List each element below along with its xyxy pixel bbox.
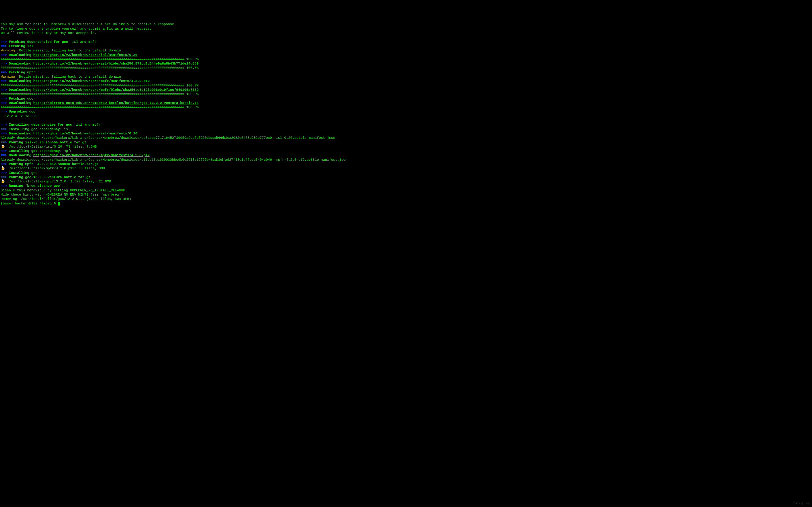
terminal-line: Pouring xyxy=(9,140,25,145)
arrow-marker: ==> xyxy=(1,162,9,166)
dep-name-isl: isl xyxy=(27,44,33,48)
terminal-line: Bottle missing, falling back to the defa… xyxy=(17,49,127,53)
dep-name-mpfr: mpfr xyxy=(64,149,72,153)
arrow-marker: ==> xyxy=(1,123,9,127)
download-url: https://ghcr.io/v2/homebrew/core/isl/blo… xyxy=(33,62,198,66)
terminal-line: Downloading xyxy=(9,79,33,83)
terminal-line: Installing gcc dependency: xyxy=(9,127,64,131)
terminal-line: Disable this behaviour by setting HOMEBR… xyxy=(1,188,127,192)
dep-name-isl: isl xyxy=(64,127,70,131)
arrow-marker: ==> xyxy=(1,40,9,44)
terminal-line: Installing dependencies for gcc: xyxy=(9,123,76,127)
cellar-info: /usr/local/Cellar/isl/0.26: 73 files, 7.… xyxy=(5,145,97,149)
terminal-line: Downloading xyxy=(9,101,33,105)
terminal-line: Downloading xyxy=(9,62,33,66)
terminal-line: Fetching xyxy=(9,97,27,101)
download-url: https://mirrors.ustc.edu.cn/homebrew-bot… xyxy=(33,101,198,105)
terminal-line: We will review it but may or may not acc… xyxy=(1,31,97,35)
arrow-marker: ==> xyxy=(1,140,9,145)
shell-prompt: (base) hackerx@192 ffmpeg % xyxy=(1,202,58,206)
dep-name-gcc: gcc xyxy=(27,97,33,101)
arrow-marker: ==> xyxy=(1,101,9,105)
terminal-line: Fetching xyxy=(9,71,27,74)
terminal-line: Upgrading xyxy=(9,110,29,114)
dep-name-isl: isl xyxy=(72,40,78,44)
beer-icon: 🍺 xyxy=(1,180,5,183)
download-url: https://ghcr.io/v2/homebrew/core/isl/man… xyxy=(33,132,137,135)
beer-icon: 🍺 xyxy=(1,167,5,170)
terminal-line: Already downloaded: /Users/hackerx/Libra… xyxy=(1,158,347,162)
warning-label: Warning: xyxy=(1,75,17,79)
terminal-line: Installing xyxy=(9,171,31,175)
dep-name-gcc: gcc xyxy=(31,171,37,175)
progress-bar: ########################################… xyxy=(1,84,198,88)
arrow-marker: ==> xyxy=(1,171,9,175)
arrow-marker: ==> xyxy=(1,154,9,157)
version-change: 12.2.0 -> 13.2.0 xyxy=(1,114,37,118)
progress-bar: ########################################… xyxy=(1,57,198,61)
terminal-line: Running `brew cleanup gcc`... xyxy=(9,184,68,188)
arrow-marker: ==> xyxy=(1,44,9,48)
cellar-info: /usr/local/Cellar/mpfr/4.2.0-p12: 30 fil… xyxy=(5,167,105,170)
dep-name-mpfr: mpfr xyxy=(88,40,97,44)
dep-name-gcc: gcc xyxy=(29,110,35,114)
arrow-marker: ==> xyxy=(1,53,9,57)
terminal-line: Removing: /usr/local/Cellar/gcc/12.2.0..… xyxy=(1,197,131,201)
terminal-line: Pouring xyxy=(9,162,25,166)
arrow-marker: ==> xyxy=(1,132,9,135)
dep-name-mpfr: mpfr xyxy=(92,123,101,127)
download-url: https://ghcr.io/v2/homebrew/core/mpfr/ma… xyxy=(33,79,150,83)
arrow-marker: ==> xyxy=(1,110,9,114)
terminal-line: Downloading xyxy=(9,132,33,135)
download-url: https://ghcr.io/v2/homebrew/core/mpfr/ma… xyxy=(33,154,150,157)
arrow-marker: ==> xyxy=(1,88,9,92)
arrow-marker: ==> xyxy=(1,79,9,83)
dep-name-mpfr: mpfr xyxy=(27,71,35,74)
terminal-line: Fetching xyxy=(9,44,27,48)
terminal-text: and xyxy=(82,123,92,127)
terminal-line: Hide these hints with HOMEBREW_NO_ENV_HI… xyxy=(1,193,125,197)
arrow-marker: ==> xyxy=(1,97,9,101)
terminal-output[interactable]: You may ask for help in Homebrew's discu… xyxy=(0,22,812,206)
download-url: https://ghcr.io/v2/homebrew/core/isl/man… xyxy=(33,53,137,57)
terminal-line: You may ask for help in Homebrew's discu… xyxy=(1,22,176,26)
bottle-filename: mpfr--4.2.0-p12.sonoma.bottle.tar.gz xyxy=(25,162,99,166)
terminal-line: Downloading xyxy=(9,154,33,157)
warning-label: Warning: xyxy=(1,49,17,53)
dep-name-isl: isl xyxy=(76,123,82,127)
arrow-marker: ==> xyxy=(1,127,9,131)
bottle-filename: gcc-13.2.0.ventura.bottle.tar.gz xyxy=(25,175,90,179)
terminal-line: Already downloaded: /Users/hackerx/Libra… xyxy=(1,136,335,140)
terminal-line: Downloading xyxy=(9,88,33,92)
terminal-line: Try to figure out the problem yourself a… xyxy=(1,27,152,31)
terminal-text: and xyxy=(78,40,88,44)
arrow-marker: ==> xyxy=(1,149,9,153)
arrow-marker: ==> xyxy=(1,71,9,74)
arrow-marker: ==> xyxy=(1,175,9,179)
progress-bar: ########################################… xyxy=(1,106,198,109)
beer-icon: 🍺 xyxy=(1,145,5,149)
progress-bar: ########################################… xyxy=(1,66,198,70)
arrow-marker: ==> xyxy=(1,184,9,188)
arrow-marker: ==> xyxy=(1,62,9,66)
cursor-block[interactable] xyxy=(58,202,60,206)
terminal-line: Installing gcc dependency: xyxy=(9,149,64,153)
terminal-line: Pouring xyxy=(9,175,25,179)
download-url: https://ghcr.io/v2/homebrew/core/mpfr/bl… xyxy=(33,88,198,92)
terminal-line: Bottle missing, falling back to the defa… xyxy=(17,75,127,79)
terminal-line: Downloading xyxy=(9,53,33,57)
progress-bar: ########################################… xyxy=(1,92,198,96)
bottle-filename: isl--0.26.sonoma.bottle.tar.gz xyxy=(25,140,86,145)
terminal-line: Fetching dependencies for gcc: xyxy=(9,40,72,44)
cellar-info: /usr/local/Cellar/gcc/13.2.0: 1,590 file… xyxy=(5,180,111,183)
